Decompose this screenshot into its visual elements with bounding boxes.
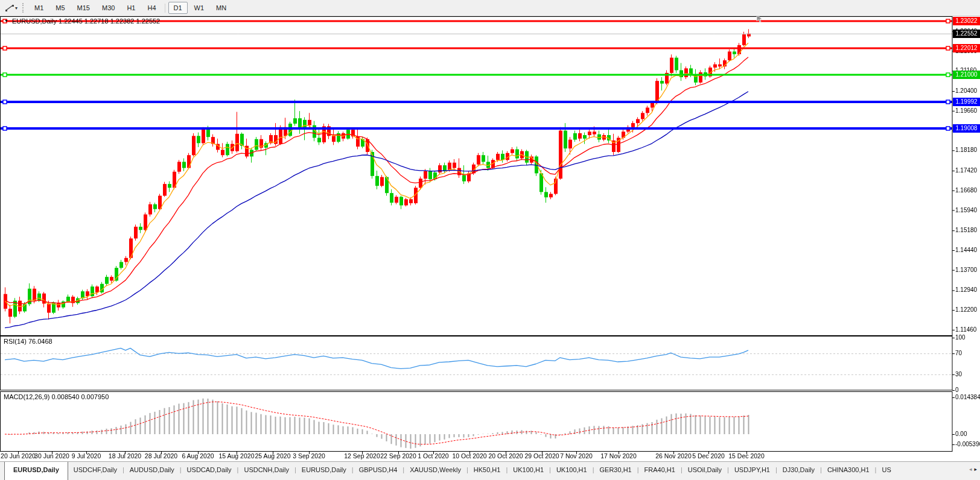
trendline-tool-icon	[5, 4, 14, 12]
macd-pane[interactable]	[0, 391, 952, 452]
time-axis-label: 22 Sep 2020	[380, 452, 416, 459]
price-tick-label: 1.13700	[955, 267, 977, 273]
price-badge-1-23022: 1.23022	[953, 17, 980, 25]
time-axis-label: 17 Nov 2020	[600, 452, 637, 459]
tab-usoil-daily[interactable]: USOil,Daily	[682, 462, 727, 480]
trading-platform-window: ▾ M1M5M15M30H1H4D1W1MN ▼ EURUSD,Daily 1.…	[0, 0, 980, 480]
main-price-pane[interactable]	[0, 16, 952, 335]
time-axis-label: 9 Jul 2020	[72, 452, 101, 459]
tab-usdcnh-daily[interactable]: USDCNH,Daily	[238, 462, 294, 480]
time-axis-label: 20 Oct 2020	[488, 452, 523, 459]
time-axis-label: 30 Jun 2020	[34, 452, 69, 459]
time-axis-label: 12 Sep 2020	[344, 452, 380, 459]
tab-usdjpy-h1[interactable]: USDJPY,H1	[729, 462, 775, 480]
price-badge-1-21000: 1.21000	[953, 71, 980, 79]
time-axis-label: 3 Sep 2020	[293, 452, 325, 459]
rsi-scale-label: 70	[955, 350, 962, 356]
timeframe-buttons: M1M5M15M30H1H4D1W1MN	[28, 2, 232, 14]
time-axis-label: 26 Nov 2020	[655, 452, 692, 459]
price-badge-1-22012: 1.22012	[953, 44, 980, 52]
tab-scroll-buttons: ◂ ▸	[968, 465, 978, 473]
time-axis-label: 10 Oct 2020	[452, 452, 486, 459]
time-axis-label: 7 Nov 2020	[560, 452, 593, 459]
tab-eurusd-daily[interactable]: EURUSD,Daily	[4, 461, 68, 480]
rsi-indicator-label: RSI(14) 76.0468	[4, 338, 52, 345]
time-axis-label: 15 Aug 2020	[219, 452, 255, 459]
timeframe-toolbar: ▾ M1M5M15M30H1H4D1W1MN	[0, 0, 980, 16]
price-tick-label: 1.15940	[955, 207, 977, 213]
price-badge-1-19008: 1.19008	[953, 124, 980, 133]
price-tick-label: 1.19660	[955, 107, 977, 114]
one-click-trading-arrow[interactable]: ▼	[4, 19, 8, 23]
timeframe-button-m5[interactable]: M5	[50, 2, 70, 14]
tab-hk50-h1[interactable]: HK50,H1	[468, 462, 506, 480]
macd-scale-label: 0.014384	[955, 394, 980, 400]
price-badge-1-19992: 1.19992	[953, 98, 980, 106]
price-tick-label: 1.15180	[955, 227, 977, 233]
time-axis-label: 1 Oct 2020	[418, 452, 448, 459]
price-tick-label: 1.17420	[955, 167, 977, 174]
timeframe-button-m30[interactable]: M30	[97, 2, 120, 14]
price-tick-label: 1.18180	[955, 147, 977, 153]
tab-scroll-left-icon[interactable]: ◂	[969, 465, 972, 473]
timeframe-button-h1[interactable]: H1	[121, 2, 141, 14]
time-axis-label: 18 Jul 2020	[109, 452, 141, 459]
time-axis-label: 6 Aug 2020	[182, 452, 214, 459]
macd-scale-label: -0.005396	[955, 441, 980, 447]
tab-us[interactable]: US	[876, 462, 896, 480]
time-axis-label: 29 Oct 2020	[524, 452, 559, 459]
time-axis-label: 25 Aug 2020	[255, 452, 291, 459]
time-axis-label: 5 Dec 2020	[692, 452, 725, 459]
chevron-down-icon[interactable]: ▾	[15, 5, 18, 11]
tab-fra40-h1[interactable]: FRA40,H1	[639, 462, 681, 480]
rsi-scale-label: 100	[955, 334, 966, 341]
tab-ger30-h1[interactable]: GER30,H1	[594, 462, 637, 480]
tab-gbpusd-h4[interactable]: GBPUSD,H4	[354, 462, 403, 480]
price-tick-label: 1.16680	[955, 187, 977, 194]
rsi-scale-label: 0	[955, 387, 959, 393]
timeframe-button-d1[interactable]: D1	[168, 2, 188, 14]
timeframe-button-m1[interactable]: M1	[29, 2, 49, 14]
tab-usdcad-daily[interactable]: USDCAD,Daily	[182, 462, 237, 480]
tab-usdchf-daily[interactable]: USDCHF,Daily	[68, 462, 122, 480]
timeframe-button-w1[interactable]: W1	[189, 2, 210, 14]
time-axis-label: 15 Dec 2020	[728, 452, 765, 459]
price-tick-label: 1.14440	[955, 247, 977, 253]
macd-scale-label: 0.00	[955, 431, 967, 437]
time-axis-label: 20 Jun 2020	[1, 452, 36, 459]
chart-tab-bar: EURUSD,DailyUSDCHF,Daily|AUDUSD,Daily|US…	[0, 461, 980, 480]
price-tick-label: 1.12200	[955, 306, 977, 313]
toolbar-separator	[165, 4, 165, 13]
timeframe-button-m15[interactable]: M15	[72, 2, 95, 14]
tab-china300-h1[interactable]: CHINA300,H1	[822, 462, 875, 480]
time-axis-label: 28 Jul 2020	[145, 452, 177, 459]
price-tick-label: 1.12940	[955, 286, 977, 293]
drawing-tool-button[interactable]: ▾	[4, 2, 19, 13]
price-tick-label: 1.20400	[955, 87, 977, 94]
rsi-scale-label: 30	[955, 371, 962, 377]
chart-title-ohlc: EURUSD,Daily 1.22445 1.22718 1.22382 1.2…	[12, 17, 160, 25]
toolbar-grip	[22, 3, 24, 13]
tab-eurusd-daily[interactable]: EURUSD,Daily	[296, 462, 352, 480]
rsi-pane[interactable]	[0, 336, 952, 390]
tab-xauusd-weekly[interactable]: XAUUSD,Weekly	[404, 462, 466, 480]
price-badge-1-22552: 1.22552	[953, 30, 980, 38]
macd-indicator-label: MACD(12,26,9) 0.008540 0.007950	[4, 393, 109, 400]
tab-scroll-right-icon[interactable]: ▸	[974, 465, 977, 473]
tab-dj30-daily[interactable]: DJ30,Daily	[777, 462, 820, 480]
tab-audusd-daily[interactable]: AUDUSD,Daily	[124, 462, 180, 480]
timeframe-button-h4[interactable]: H4	[142, 2, 161, 14]
tab-uk100-h1[interactable]: UK100,H1	[551, 462, 593, 480]
tab-uk100-h1[interactable]: UK100,H1	[508, 462, 549, 480]
timeframe-button-mn[interactable]: MN	[211, 2, 232, 14]
price-tick-label: 1.11460	[955, 326, 976, 333]
